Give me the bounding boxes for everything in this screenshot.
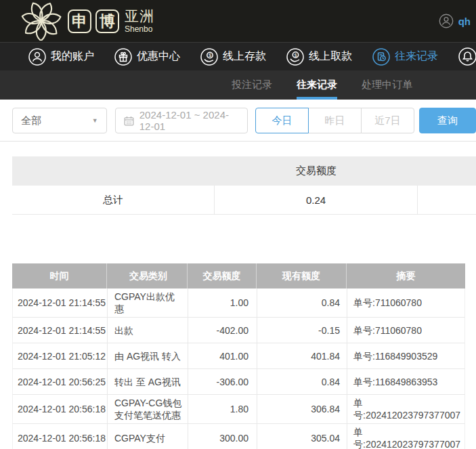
table-row: 2024-12-01 21:05:12 由 AG视讯 转入 401.00 401… (12, 343, 465, 369)
cell-amount: 401.00 (188, 343, 257, 368)
cell-amount: 1.80 (188, 395, 257, 423)
cell-summary: 单号:202412023797377007 (347, 424, 464, 449)
cell-time: 2024-12-01 21:14:55 (13, 318, 108, 343)
summary-total-row: 总计 0.24 (12, 186, 476, 215)
tab-processing-orders[interactable]: 处理中订单 (362, 70, 412, 100)
cell-time: 2024-12-01 20:56:18 (13, 395, 108, 423)
nav-item-deposit[interactable]: $ 线上存款 (200, 48, 266, 66)
brand-region: 亚洲 (125, 9, 154, 23)
table-row: 2024-12-01 21:14:55 出款 -402.00 -0.15 单号:… (12, 318, 465, 343)
chevron-down-icon: ▼ (92, 117, 98, 124)
cell-type: 转出 至 AG视讯 (108, 369, 188, 394)
gift-icon (114, 48, 132, 66)
nav-item-promotions[interactable]: 优惠中心 (114, 48, 180, 66)
nav-item-withdraw[interactable]: $ 线上取款 (286, 48, 352, 66)
cell-time: 2024-12-01 21:14:55 (13, 288, 108, 317)
cell-summary: 单号:116849863953 (347, 369, 464, 394)
deposit-icon: $ (200, 48, 218, 66)
cell-summary: 单号:116849903529 (347, 343, 464, 368)
records-icon (372, 48, 390, 66)
table-row: 2024-12-01 20:56:18 CGPAY支付 300.00 305.0… (12, 424, 465, 449)
table-row: 2024-12-01 21:14:55 CGPAY出款优惠 1.00 0.84 … (12, 288, 465, 318)
user-avatar-icon (439, 14, 454, 28)
tab-transaction-records[interactable]: 往来记录 (297, 70, 337, 100)
top-header: 申 博 亚洲 Shenbo qh (0, 0, 476, 42)
nav-item-label: 往来记录 (395, 49, 438, 64)
cell-amount: -402.00 (188, 318, 257, 343)
col-header-summary: 摘要 (347, 263, 465, 288)
quick-range-group: 今日 昨日 近7日 (255, 108, 414, 133)
cell-amount: 300.00 (188, 424, 257, 449)
summary-total-value: 0.24 (215, 186, 418, 214)
nav-item-label: 我的账户 (51, 49, 94, 64)
summary-table: 交易额度 总计 0.24 (12, 156, 476, 215)
summary-header-row: 交易额度 (12, 156, 476, 186)
brand-char-shen: 申 (68, 9, 91, 33)
cell-type: CGPAY-CG钱包支付笔笔送优惠 (108, 395, 188, 423)
col-header-type: 交易类别 (107, 263, 188, 288)
cell-summary: 单号:202412023797377007 (347, 395, 464, 423)
notification-bell-icon[interactable] (458, 47, 476, 66)
summary-total-label: 总计 (12, 186, 215, 214)
cell-balance: 0.84 (257, 288, 347, 317)
cell-balance: 401.84 (257, 343, 347, 368)
cell-time: 2024-12-01 21:05:12 (13, 343, 108, 368)
table-row: 2024-12-01 20:56:25 转出 至 AG视讯 -306.00 0.… (12, 369, 465, 395)
nav-item-records[interactable]: 往来记录 (372, 48, 438, 66)
calendar-icon (124, 116, 134, 126)
flower-logo-icon (19, 1, 64, 41)
page: 申 博 亚洲 Shenbo qh 我的账户 (0, 0, 476, 449)
main-nav: 我的账户 优惠中心 $ 线上存款 (0, 42, 476, 70)
nav-item-label: 线上存款 (223, 49, 266, 64)
cell-time: 2024-12-01 20:56:18 (13, 424, 108, 449)
cell-type: 由 AG视讯 转入 (108, 343, 188, 368)
brand-subtitle: Shenbo (125, 25, 154, 33)
account-icon (28, 48, 46, 66)
cell-balance: 305.04 (257, 424, 347, 449)
col-header-amount: 交易额度 (188, 263, 257, 288)
cell-summary: 单号:711060780 (347, 288, 464, 317)
transactions-table: 时间 交易类别 交易额度 现有额度 摘要 2024-12-01 21:14:55… (12, 263, 465, 449)
search-button[interactable]: 查询 (419, 108, 476, 133)
cell-balance: 306.84 (257, 395, 347, 423)
brand-char-bo: 博 (95, 9, 119, 33)
cell-type: CGPAY出款优惠 (108, 288, 188, 317)
user-box[interactable]: qh (439, 14, 471, 28)
date-range-input[interactable]: 2024-12-01 ~ 2024-12-01 (115, 108, 248, 133)
cell-amount: 1.00 (188, 288, 257, 317)
type-select[interactable]: 全部 ▼ (12, 108, 107, 133)
table-header-row: 时间 交易类别 交易额度 现有额度 摘要 (12, 263, 465, 288)
yesterday-button[interactable]: 昨日 (308, 108, 362, 133)
last7days-button[interactable]: 近7日 (361, 108, 414, 133)
nav-item-my-account[interactable]: 我的账户 (28, 48, 94, 66)
brand-text: 亚洲 Shenbo (125, 9, 154, 33)
summary-header-label: 交易额度 (215, 165, 418, 177)
nav-item-label: 优惠中心 (137, 49, 180, 64)
nav-item-label: 线上取款 (309, 49, 352, 64)
table-row: 2024-12-01 20:56:18 CGPAY-CG钱包支付笔笔送优惠 1.… (12, 395, 465, 424)
cell-type: 出款 (108, 318, 188, 343)
username[interactable]: qh (458, 16, 471, 27)
col-header-time: 时间 (12, 263, 107, 288)
brand-logo: 申 博 亚洲 Shenbo (19, 1, 154, 41)
sub-nav: 投注记录 往来记录 处理中订单 (0, 70, 476, 100)
date-range-value: 2024-12-01 ~ 2024-12-01 (139, 109, 239, 132)
today-button[interactable]: 今日 (255, 108, 309, 133)
cell-type: CGPAY支付 (108, 424, 188, 449)
filter-bar: 全部 ▼ 2024-12-01 ~ 2024-12-01 今日 昨日 近7日 查… (0, 100, 476, 142)
col-header-balance: 现有额度 (257, 263, 347, 288)
tab-betting-records[interactable]: 投注记录 (232, 70, 272, 100)
cell-amount: -306.00 (188, 369, 257, 394)
cell-balance: -0.15 (257, 318, 347, 343)
cell-time: 2024-12-01 20:56:25 (13, 369, 108, 394)
type-select-value: 全部 (21, 114, 41, 127)
withdraw-icon: $ (286, 48, 304, 66)
cell-balance: 0.84 (257, 369, 347, 394)
cell-summary: 单号:711060780 (347, 318, 464, 343)
